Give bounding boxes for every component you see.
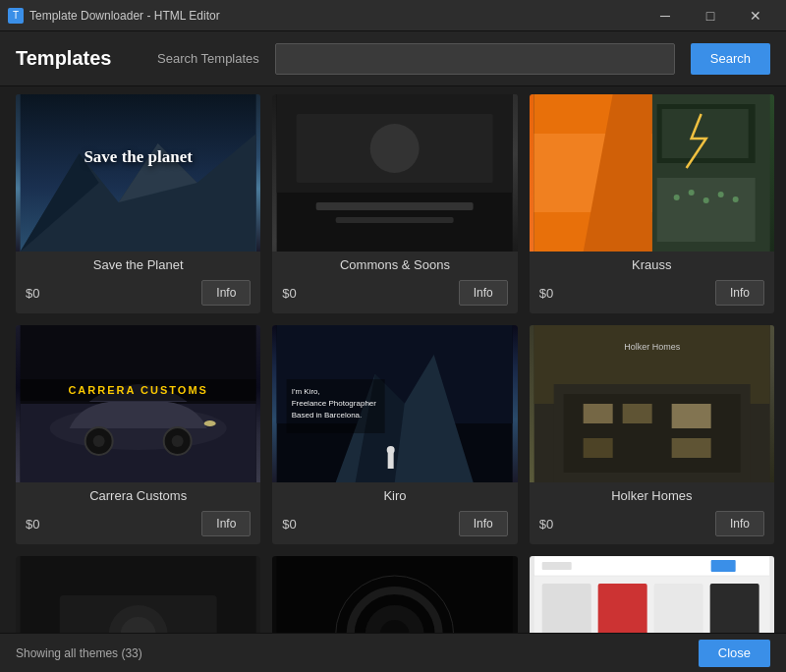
thumbnail-text: Save the planet (84, 147, 193, 167)
template-thumbnail: CARRERA CUSTOMS (16, 325, 260, 482)
svg-point-37 (387, 446, 395, 454)
search-input[interactable] (275, 43, 675, 75)
template-card: I'm Kiro, Freelance Photographer Based i… (272, 325, 517, 544)
svg-text:Freelance Photographer: Freelance Photographer (292, 399, 377, 408)
template-thumbnail: ● (16, 556, 260, 633)
svg-point-21 (732, 196, 738, 202)
template-price: $0 (282, 517, 296, 532)
page-title: Templates (16, 47, 134, 70)
svg-rect-69 (653, 584, 702, 633)
info-button[interactable]: Info (201, 280, 251, 306)
svg-rect-67 (541, 584, 590, 633)
template-price: $0 (539, 517, 553, 532)
header: Templates Search Templates Search (0, 31, 786, 86)
template-price: $0 (539, 286, 553, 301)
svg-rect-70 (709, 584, 758, 633)
template-card: ● $0 Info (16, 556, 260, 633)
template-name: Holker Homes (530, 482, 774, 507)
template-footer: $0 Info (272, 276, 517, 313)
template-card: CARRERA CUSTOMS Carrera Customs $0 Info (16, 325, 260, 544)
template-name: Carrera Customs (16, 482, 260, 507)
app-title: Template Downloader - HTML Editor (29, 9, 220, 23)
status-text: Showing all themes (33) (16, 646, 142, 660)
svg-text:Holker Homes: Holker Homes (624, 342, 681, 352)
info-button[interactable]: Info (715, 280, 764, 306)
template-thumbnail: Holker Homes (530, 325, 774, 482)
svg-point-26 (93, 435, 105, 447)
template-thumbnail (530, 94, 774, 252)
svg-rect-68 (597, 584, 646, 633)
svg-rect-49 (583, 438, 612, 458)
template-card: Krauss $0 Info (530, 94, 774, 313)
title-bar-left: T Template Downloader - HTML Editor (8, 8, 220, 24)
svg-point-28 (172, 435, 184, 447)
info-button[interactable]: Info (459, 511, 508, 536)
svg-text:Based in Barcelona.: Based in Barcelona. (292, 411, 363, 420)
template-footer: $0 Info (16, 507, 260, 544)
svg-rect-46 (583, 404, 612, 423)
close-button[interactable]: Close (699, 640, 770, 667)
close-window-button[interactable]: ✕ (733, 0, 778, 31)
template-name: Commons & Soons (272, 252, 517, 276)
svg-rect-16 (656, 178, 755, 242)
window-controls: ─ □ ✕ (643, 0, 778, 31)
template-card: Commons & Soons $0 Info (272, 94, 517, 313)
svg-point-17 (673, 195, 679, 200)
svg-rect-65 (541, 562, 571, 570)
svg-point-20 (717, 192, 723, 197)
template-card: Holker Homes Holker Homes $0 Info (530, 325, 774, 544)
app-icon: T (8, 8, 24, 24)
maximize-button[interactable]: □ (688, 0, 733, 31)
title-bar: T Template Downloader - HTML Editor ─ □ … (0, 0, 786, 31)
svg-point-29 (204, 420, 216, 426)
info-button[interactable]: Info (715, 511, 764, 536)
svg-rect-8 (316, 202, 474, 210)
svg-rect-36 (388, 453, 394, 469)
template-name: Kiro (272, 482, 517, 507)
template-name: Save the Planet (16, 252, 260, 276)
template-thumbnail: I'm Kiro, Freelance Photographer Based i… (272, 325, 517, 482)
svg-rect-47 (622, 404, 651, 423)
template-thumbnail: Save the planet (16, 94, 260, 252)
search-button[interactable]: Search (691, 43, 770, 75)
svg-rect-50 (671, 438, 710, 458)
template-grid: Save the planet Save the Planet $0 Info (16, 94, 774, 633)
template-thumbnail: FLUX (272, 556, 517, 633)
svg-text:CARRERA CUSTOMS: CARRERA CUSTOMS (68, 384, 207, 396)
template-thumbnail (272, 94, 517, 252)
template-price: $0 (26, 517, 39, 532)
template-card: Save the planet Save the Planet $0 Info (16, 94, 260, 313)
footer: Showing all themes (33) Close (0, 633, 786, 672)
template-price: $0 (26, 286, 39, 301)
svg-point-19 (702, 197, 708, 203)
template-footer: $0 Info (530, 507, 774, 544)
template-list: Save the planet Save the Planet $0 Info (0, 86, 786, 633)
template-footer: $0 Info (530, 276, 774, 313)
svg-rect-15 (661, 109, 748, 158)
svg-rect-48 (671, 404, 710, 428)
template-card: FLUX $0 Info (272, 556, 517, 633)
template-footer: $0 Info (16, 276, 260, 313)
template-thumbnail (530, 556, 774, 633)
svg-text:I'm Kiro,: I'm Kiro, (292, 387, 320, 396)
template-card: $0 Info (530, 556, 774, 633)
svg-point-18 (688, 190, 694, 196)
template-name: Krauss (530, 252, 774, 276)
svg-text:●: ● (136, 632, 140, 633)
minimize-button[interactable]: ─ (643, 0, 688, 31)
info-button[interactable]: Info (201, 511, 251, 536)
info-button[interactable]: Info (459, 280, 508, 306)
search-label: Search Templates (157, 51, 259, 66)
template-footer: $0 Info (272, 507, 517, 544)
svg-point-7 (370, 124, 420, 173)
svg-rect-9 (336, 217, 454, 223)
template-price: $0 (282, 286, 296, 301)
svg-rect-66 (710, 560, 735, 572)
